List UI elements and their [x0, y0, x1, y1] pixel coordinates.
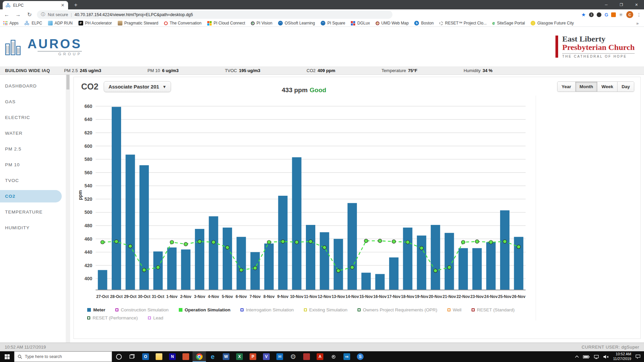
bookmark-pragmatic-steward[interactable]: Pragmatic Steward — [118, 21, 158, 25]
room-selector-dropdown[interactable]: Associate Pastor 201 ▼ — [104, 81, 171, 92]
tray-expand-icon[interactable] — [575, 355, 579, 358]
action-center-icon[interactable] — [635, 354, 641, 359]
legend-item-well[interactable]: Well — [447, 307, 462, 312]
taskbar-icon-app-orange[interactable] — [179, 351, 193, 362]
bookmark-elpc[interactable]: ELPC — [24, 20, 42, 26]
sim-marker-21-Nov[interactable] — [447, 265, 451, 269]
taskbar-icon-edge[interactable]: e — [206, 351, 219, 362]
bookmark-reset-project-clo[interactable]: RESET™ Project Clo... — [439, 21, 487, 25]
taskbar-icon-globe-app[interactable] — [327, 351, 340, 362]
sim-marker-5-Nov[interactable] — [225, 246, 229, 249]
sim-marker-15-Nov[interactable] — [364, 239, 368, 243]
bar-3-Nov[interactable] — [195, 229, 204, 290]
sidebar-scrollbar[interactable] — [66, 75, 70, 343]
sidebar-item-tvoc[interactable]: TVOC — [0, 173, 66, 188]
bar-22-Nov[interactable] — [459, 248, 468, 290]
legend-item-meter[interactable]: Meter — [87, 307, 105, 312]
taskbar-icon-app-v[interactable]: V — [260, 351, 273, 362]
bookmark-pi-cloud-connect[interactable]: PI Cloud Connect — [207, 21, 245, 25]
bookmark-ph-accelerator[interactable]: PPH Accelerator — [78, 21, 112, 25]
sim-marker-26-Nov[interactable] — [517, 245, 521, 249]
bookmark-glasgow-future-city[interactable]: ·:Glasgow Future City — [531, 21, 574, 25]
taskbar-icon-app-red[interactable] — [300, 351, 313, 362]
bar-31-Oct[interactable] — [153, 251, 163, 290]
bar-7-Nov[interactable] — [251, 252, 260, 290]
bar-5-Nov[interactable] — [223, 228, 232, 290]
taskbar-icon-ve-app[interactable]: VE — [340, 351, 354, 362]
bookmark-star-icon[interactable]: ★ — [581, 12, 586, 18]
bar-10-Nov[interactable] — [292, 157, 302, 290]
bar-1-Nov[interactable] — [167, 247, 176, 290]
bar-14-Nov[interactable] — [347, 203, 357, 290]
taskbar-icon-excel[interactable]: X — [233, 351, 246, 362]
sim-marker-24-Nov[interactable] — [489, 240, 493, 244]
sidebar-item-gas[interactable]: GAS — [0, 94, 66, 110]
bar-2-Nov[interactable] — [181, 249, 191, 290]
sim-marker-13-Nov[interactable] — [336, 269, 340, 273]
bar-23-Nov[interactable] — [472, 248, 482, 290]
sim-marker-30-Oct[interactable] — [142, 268, 146, 272]
battery-icon[interactable] — [583, 355, 590, 359]
legend-item-owners-project-requirements-opr[interactable]: Owners Project Requirements (OPR) — [358, 307, 437, 312]
co2-chart[interactable]: 4004204404604805005205405605806006206406… — [77, 96, 536, 320]
taskbar-icon-settings-gear[interactable]: ⚙ — [286, 351, 300, 362]
bookmark-apps[interactable]: Apps — [3, 21, 18, 25]
taskbar-icon-mail[interactable]: ✉ — [273, 351, 286, 362]
bar-8-Nov[interactable] — [264, 243, 274, 290]
window-maximize-button[interactable]: ❐ — [614, 0, 629, 9]
bar-25-Nov[interactable] — [500, 210, 509, 290]
legend-item-existing-simulation[interactable]: Existing Simulation — [304, 307, 347, 312]
tab-close-icon[interactable]: ✕ — [60, 3, 65, 8]
sim-marker-11-Nov[interactable] — [309, 240, 313, 243]
taskbar-icon-app-n[interactable]: N — [166, 351, 179, 362]
sidebar-item-pm-10[interactable]: PM 10 — [0, 157, 66, 173]
sim-marker-17-Nov[interactable] — [392, 240, 396, 243]
sim-marker-8-Nov[interactable] — [267, 240, 271, 244]
sim-marker-23-Nov[interactable] — [475, 240, 479, 243]
sim-marker-19-Nov[interactable] — [420, 246, 423, 250]
sim-marker-27-Oct[interactable] — [101, 240, 104, 244]
extension-dark-icon[interactable] — [597, 12, 601, 17]
bookmarks-overflow-icon[interactable]: » — [636, 21, 641, 26]
bookmark-pi-square[interactable]: ◠PI Square — [321, 21, 345, 25]
cortana-button[interactable] — [112, 351, 125, 362]
start-button[interactable] — [0, 351, 14, 362]
sim-marker-3-Nov[interactable] — [198, 240, 202, 243]
sim-marker-2-Nov[interactable] — [184, 242, 187, 246]
bar-19-Nov[interactable] — [417, 236, 426, 290]
taskbar-icon-powerpoint[interactable]: P — [246, 351, 260, 362]
bar-15-Nov[interactable] — [361, 273, 371, 290]
bookmark-sitesage-portal[interactable]: eSiteSage Portal — [492, 21, 525, 25]
network-icon[interactable] — [594, 355, 599, 359]
range-button-year[interactable]: Year — [557, 82, 575, 92]
profile-avatar[interactable]: C — [626, 11, 633, 18]
bar-6-Nov[interactable] — [236, 237, 246, 290]
sidebar-item-electric[interactable]: ELECTRIC — [0, 110, 66, 125]
bar-28-Oct[interactable] — [112, 107, 121, 290]
co2-bar-chart-svg[interactable]: 4004204404604805005205405605806006206406… — [77, 96, 528, 303]
bar-29-Oct[interactable] — [125, 155, 135, 290]
window-minimize-button[interactable]: ─ — [599, 0, 614, 9]
sidebar-item-pm-2-5[interactable]: PM 2.5 — [0, 141, 66, 157]
bookmark-umd-web-map[interactable]: UMD Web Map — [376, 21, 409, 25]
sidebar-item-temperature[interactable]: TEMPERATURE — [0, 204, 66, 220]
taskbar-icon-word[interactable]: W — [219, 351, 233, 362]
forward-button[interactable]: → — [14, 12, 22, 18]
bookmark-adp-run[interactable]: ADP RUN — [48, 21, 73, 25]
sim-marker-4-Nov[interactable] — [212, 240, 215, 244]
range-button-month[interactable]: Month — [575, 82, 597, 92]
bar-20-Nov[interactable] — [431, 225, 440, 290]
bookmark-dglux[interactable]: DGLux — [351, 21, 370, 25]
sim-marker-12-Nov[interactable] — [323, 246, 326, 249]
legend-item-interrogation-simulation[interactable]: Interrogation Simulation — [240, 307, 294, 312]
task-view-button[interactable] — [125, 351, 139, 362]
bar-16-Nov[interactable] — [375, 274, 385, 290]
refresh-button[interactable]: ↻ — [25, 11, 34, 18]
taskbar-clock[interactable]: 10:52 AM 11/27/2019 — [613, 352, 631, 361]
bookmark-pi-vision[interactable]: PI Vision — [251, 21, 272, 25]
bookmark-the-conversation[interactable]: The Conversation — [164, 21, 202, 25]
taskbar-icon-outlook[interactable]: O — [139, 351, 152, 362]
taskbar-icon-file-explorer[interactable] — [152, 351, 166, 362]
bar-4-Nov[interactable] — [209, 216, 218, 290]
sim-marker-1-Nov[interactable] — [170, 240, 174, 244]
